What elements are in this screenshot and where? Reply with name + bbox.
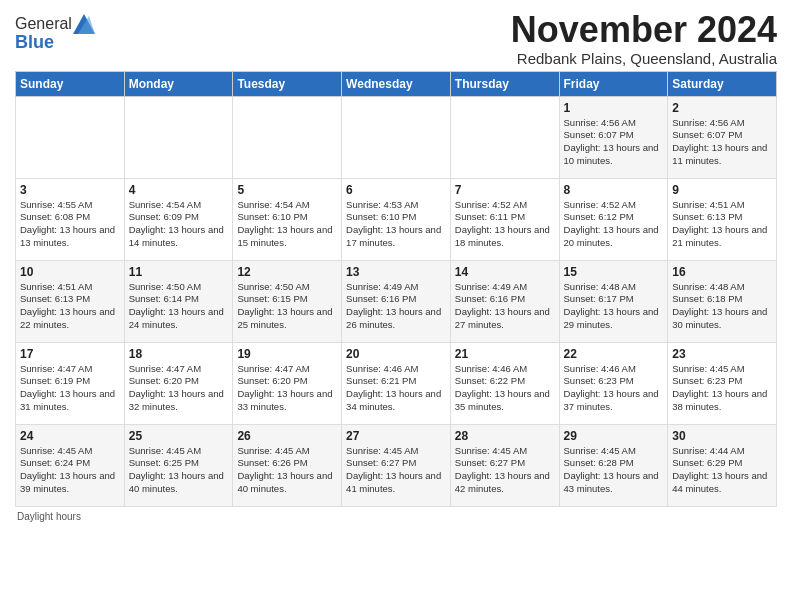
header: General Blue November 2024 Redbank Plain… [15,10,777,67]
day-info: Sunrise: 4:53 AM Sunset: 6:10 PM Dayligh… [346,199,446,250]
col-header-tuesday: Tuesday [233,71,342,96]
calendar-table: SundayMondayTuesdayWednesdayThursdayFrid… [15,71,777,507]
day-cell: 11Sunrise: 4:50 AM Sunset: 6:14 PM Dayli… [124,260,233,342]
day-cell: 19Sunrise: 4:47 AM Sunset: 6:20 PM Dayli… [233,342,342,424]
day-cell: 13Sunrise: 4:49 AM Sunset: 6:16 PM Dayli… [342,260,451,342]
day-number: 15 [564,265,664,279]
day-cell: 6Sunrise: 4:53 AM Sunset: 6:10 PM Daylig… [342,178,451,260]
week-row-4: 17Sunrise: 4:47 AM Sunset: 6:19 PM Dayli… [16,342,777,424]
page-container: General Blue November 2024 Redbank Plain… [0,0,792,532]
day-cell: 12Sunrise: 4:50 AM Sunset: 6:15 PM Dayli… [233,260,342,342]
day-number: 3 [20,183,120,197]
day-cell: 7Sunrise: 4:52 AM Sunset: 6:11 PM Daylig… [450,178,559,260]
day-info: Sunrise: 4:45 AM Sunset: 6:27 PM Dayligh… [455,445,555,496]
day-number: 22 [564,347,664,361]
day-cell: 25Sunrise: 4:45 AM Sunset: 6:25 PM Dayli… [124,424,233,506]
day-info: Sunrise: 4:46 AM Sunset: 6:22 PM Dayligh… [455,363,555,414]
day-number: 29 [564,429,664,443]
day-cell: 5Sunrise: 4:54 AM Sunset: 6:10 PM Daylig… [233,178,342,260]
day-number: 27 [346,429,446,443]
logo-blue-text: Blue [15,32,95,53]
subtitle: Redbank Plains, Queensland, Australia [511,50,777,67]
col-header-friday: Friday [559,71,668,96]
day-cell: 14Sunrise: 4:49 AM Sunset: 6:16 PM Dayli… [450,260,559,342]
day-info: Sunrise: 4:45 AM Sunset: 6:25 PM Dayligh… [129,445,229,496]
day-cell: 3Sunrise: 4:55 AM Sunset: 6:08 PM Daylig… [16,178,125,260]
day-number: 5 [237,183,337,197]
day-info: Sunrise: 4:44 AM Sunset: 6:29 PM Dayligh… [672,445,772,496]
day-number: 28 [455,429,555,443]
day-info: Sunrise: 4:48 AM Sunset: 6:17 PM Dayligh… [564,281,664,332]
day-number: 20 [346,347,446,361]
col-header-thursday: Thursday [450,71,559,96]
day-cell: 29Sunrise: 4:45 AM Sunset: 6:28 PM Dayli… [559,424,668,506]
day-cell: 15Sunrise: 4:48 AM Sunset: 6:17 PM Dayli… [559,260,668,342]
day-number: 10 [20,265,120,279]
day-cell [16,96,125,178]
day-info: Sunrise: 4:52 AM Sunset: 6:12 PM Dayligh… [564,199,664,250]
day-cell: 17Sunrise: 4:47 AM Sunset: 6:19 PM Dayli… [16,342,125,424]
day-number: 11 [129,265,229,279]
day-cell: 24Sunrise: 4:45 AM Sunset: 6:24 PM Dayli… [16,424,125,506]
day-info: Sunrise: 4:55 AM Sunset: 6:08 PM Dayligh… [20,199,120,250]
day-number: 12 [237,265,337,279]
day-info: Sunrise: 4:50 AM Sunset: 6:15 PM Dayligh… [237,281,337,332]
footer-note: Daylight hours [15,511,777,522]
day-cell: 23Sunrise: 4:45 AM Sunset: 6:23 PM Dayli… [668,342,777,424]
week-row-2: 3Sunrise: 4:55 AM Sunset: 6:08 PM Daylig… [16,178,777,260]
day-number: 26 [237,429,337,443]
day-number: 13 [346,265,446,279]
day-info: Sunrise: 4:56 AM Sunset: 6:07 PM Dayligh… [564,117,664,168]
day-info: Sunrise: 4:51 AM Sunset: 6:13 PM Dayligh… [672,199,772,250]
month-title: November 2024 [511,10,777,50]
col-header-wednesday: Wednesday [342,71,451,96]
day-cell [124,96,233,178]
day-number: 18 [129,347,229,361]
day-cell: 2Sunrise: 4:56 AM Sunset: 6:07 PM Daylig… [668,96,777,178]
day-info: Sunrise: 4:45 AM Sunset: 6:27 PM Dayligh… [346,445,446,496]
day-cell: 27Sunrise: 4:45 AM Sunset: 6:27 PM Dayli… [342,424,451,506]
day-cell: 28Sunrise: 4:45 AM Sunset: 6:27 PM Dayli… [450,424,559,506]
day-cell: 4Sunrise: 4:54 AM Sunset: 6:09 PM Daylig… [124,178,233,260]
day-number: 24 [20,429,120,443]
day-info: Sunrise: 4:45 AM Sunset: 6:28 PM Dayligh… [564,445,664,496]
title-block: November 2024 Redbank Plains, Queensland… [511,10,777,67]
week-row-1: 1Sunrise: 4:56 AM Sunset: 6:07 PM Daylig… [16,96,777,178]
day-info: Sunrise: 4:52 AM Sunset: 6:11 PM Dayligh… [455,199,555,250]
col-header-saturday: Saturday [668,71,777,96]
day-number: 14 [455,265,555,279]
day-info: Sunrise: 4:45 AM Sunset: 6:24 PM Dayligh… [20,445,120,496]
day-info: Sunrise: 4:54 AM Sunset: 6:10 PM Dayligh… [237,199,337,250]
day-number: 4 [129,183,229,197]
day-cell [450,96,559,178]
day-info: Sunrise: 4:45 AM Sunset: 6:23 PM Dayligh… [672,363,772,414]
day-info: Sunrise: 4:47 AM Sunset: 6:20 PM Dayligh… [129,363,229,414]
week-row-3: 10Sunrise: 4:51 AM Sunset: 6:13 PM Dayli… [16,260,777,342]
day-cell [233,96,342,178]
day-number: 16 [672,265,772,279]
day-cell: 8Sunrise: 4:52 AM Sunset: 6:12 PM Daylig… [559,178,668,260]
day-cell: 10Sunrise: 4:51 AM Sunset: 6:13 PM Dayli… [16,260,125,342]
header-row: SundayMondayTuesdayWednesdayThursdayFrid… [16,71,777,96]
day-number: 21 [455,347,555,361]
day-number: 25 [129,429,229,443]
day-info: Sunrise: 4:45 AM Sunset: 6:26 PM Dayligh… [237,445,337,496]
day-info: Sunrise: 4:51 AM Sunset: 6:13 PM Dayligh… [20,281,120,332]
week-row-5: 24Sunrise: 4:45 AM Sunset: 6:24 PM Dayli… [16,424,777,506]
day-info: Sunrise: 4:49 AM Sunset: 6:16 PM Dayligh… [346,281,446,332]
day-number: 23 [672,347,772,361]
day-cell: 20Sunrise: 4:46 AM Sunset: 6:21 PM Dayli… [342,342,451,424]
day-cell: 1Sunrise: 4:56 AM Sunset: 6:07 PM Daylig… [559,96,668,178]
logo-general-text: General [15,15,72,33]
day-info: Sunrise: 4:46 AM Sunset: 6:21 PM Dayligh… [346,363,446,414]
day-cell: 18Sunrise: 4:47 AM Sunset: 6:20 PM Dayli… [124,342,233,424]
day-info: Sunrise: 4:54 AM Sunset: 6:09 PM Dayligh… [129,199,229,250]
day-info: Sunrise: 4:56 AM Sunset: 6:07 PM Dayligh… [672,117,772,168]
day-number: 6 [346,183,446,197]
day-number: 30 [672,429,772,443]
day-info: Sunrise: 4:48 AM Sunset: 6:18 PM Dayligh… [672,281,772,332]
day-cell: 9Sunrise: 4:51 AM Sunset: 6:13 PM Daylig… [668,178,777,260]
day-cell: 16Sunrise: 4:48 AM Sunset: 6:18 PM Dayli… [668,260,777,342]
day-number: 17 [20,347,120,361]
day-info: Sunrise: 4:46 AM Sunset: 6:23 PM Dayligh… [564,363,664,414]
